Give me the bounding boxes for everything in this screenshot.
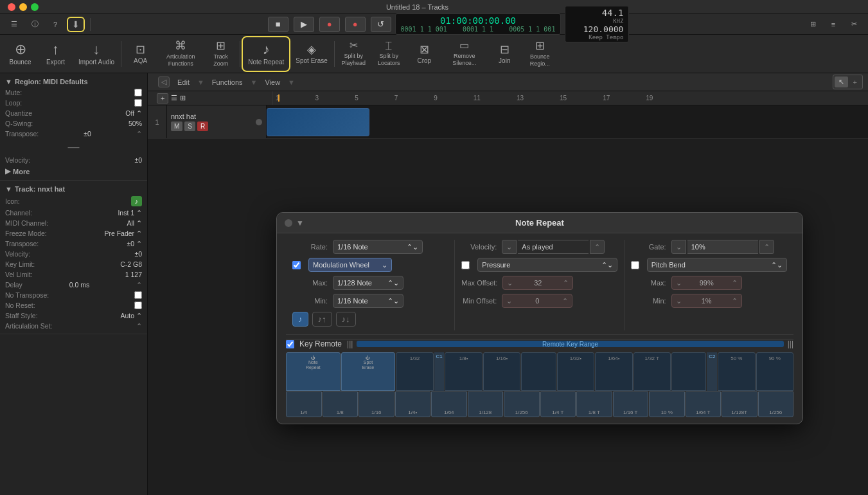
aqa-btn[interactable]: ⊡ AQA bbox=[123, 36, 158, 72]
piano-key-note-repeat[interactable]: ⏻ NoteRepeat bbox=[286, 352, 341, 391]
close-button[interactable] bbox=[8, 3, 15, 11]
piano-key-1-32t[interactable]: 1/32 T bbox=[633, 352, 671, 391]
maximize-button[interactable] bbox=[31, 3, 39, 11]
piano-key-blank1[interactable] bbox=[521, 352, 556, 391]
mute-checkbox[interactable] bbox=[134, 89, 142, 96]
min-offset-select[interactable]: ⌄ 0 ⌃ bbox=[502, 294, 572, 308]
scissors-btn[interactable]: ✂ bbox=[845, 17, 863, 32]
gate-min-select[interactable]: ⌄ 1% ⌃ bbox=[671, 294, 742, 308]
split-locators-btn[interactable]: ⌶ Split byLocators bbox=[371, 36, 407, 72]
mode-btn[interactable]: ◁ bbox=[158, 76, 170, 87]
piano-key-1-16d[interactable]: 1/16• bbox=[483, 352, 520, 391]
mute-btn[interactable]: M bbox=[171, 122, 182, 131]
piano-key-10pct[interactable]: 10 % bbox=[649, 392, 685, 417]
add-track-btn[interactable]: + bbox=[157, 93, 168, 104]
export-btn[interactable]: ↑ Export bbox=[38, 36, 73, 72]
pressure-select[interactable]: Pressure ⌃⌄ bbox=[477, 258, 617, 272]
nr-close-btn[interactable] bbox=[285, 219, 292, 227]
gate-up-btn[interactable]: ⌃ bbox=[759, 240, 774, 254]
piano-key-1-8[interactable]: 1/8 bbox=[323, 392, 359, 417]
add-tool[interactable]: + bbox=[849, 77, 861, 87]
track-header[interactable]: ▼ Track: nnxt hat bbox=[5, 183, 142, 195]
velocity-select[interactable]: As played bbox=[518, 240, 589, 254]
functions-btn[interactable]: Functions bbox=[208, 77, 247, 87]
note-icon-btn-2[interactable]: ♪↑ bbox=[312, 312, 332, 327]
piano-key-1-8t[interactable]: 1/8 T bbox=[576, 392, 612, 417]
piano-key-blank2[interactable] bbox=[671, 352, 706, 391]
track-view-btn[interactable]: ☰ bbox=[171, 94, 177, 102]
track-lane[interactable] bbox=[267, 105, 868, 138]
info-btn[interactable]: ⓘ bbox=[26, 17, 44, 32]
modulation-checkbox[interactable] bbox=[292, 261, 301, 269]
gate-down-btn[interactable]: ⌄ bbox=[671, 240, 686, 254]
velocity-down-btn[interactable]: ⌄ bbox=[502, 240, 517, 254]
join-btn[interactable]: ⊟ Join bbox=[487, 36, 522, 72]
nr-collapse-btn[interactable]: ▼ bbox=[296, 219, 304, 228]
rate-select[interactable]: 1/16 Note ⌃⌄ bbox=[333, 240, 423, 254]
velocity-up-btn[interactable]: ⌃ bbox=[590, 240, 605, 254]
play-btn[interactable]: ▶ bbox=[294, 17, 314, 32]
import-audio-btn[interactable]: ↓ Import Audio bbox=[73, 36, 120, 72]
piano-key-1-128[interactable]: 1/128 bbox=[468, 392, 504, 417]
min-select[interactable]: 1/16 Note ⌃⌄ bbox=[333, 294, 403, 308]
key-remote-checkbox[interactable] bbox=[286, 340, 294, 348]
track-view2-btn[interactable]: ⊞ bbox=[180, 94, 186, 102]
piano-key-1-256b[interactable]: 1/256 bbox=[758, 392, 794, 417]
smart-controls-btn[interactable]: ⊞ bbox=[804, 17, 822, 32]
piano-key-1-16[interactable]: 1/16 bbox=[359, 392, 394, 417]
pointer-tool[interactable]: ↖ bbox=[835, 76, 848, 87]
piano-key-90pct[interactable]: 90 % bbox=[756, 352, 793, 391]
track-zoom-btn[interactable]: ⊞ TrackZoom bbox=[203, 36, 238, 72]
inspector-btn[interactable]: ⬇ bbox=[67, 17, 85, 32]
pressure-checkbox[interactable] bbox=[461, 261, 470, 269]
split-playhead-btn[interactable]: ✂ Split byPlayhead bbox=[336, 36, 371, 72]
cycle-btn[interactable]: ↺ bbox=[371, 17, 391, 32]
stop-btn[interactable]: ■ bbox=[268, 17, 288, 32]
no-transpose-checkbox[interactable] bbox=[134, 291, 142, 299]
piano-key-spot-erase[interactable]: ⏻ SpotErase bbox=[341, 352, 396, 391]
region-header[interactable]: ▼ Region: MIDI Defaults bbox=[5, 76, 142, 87]
bounce-region-btn[interactable]: ⊞ BounceRegio... bbox=[522, 36, 558, 72]
midi-region[interactable] bbox=[267, 108, 369, 136]
piano-key-50pct[interactable]: 50 % bbox=[718, 352, 755, 391]
record-btn[interactable]: ● bbox=[319, 17, 340, 32]
remove-silence-btn[interactable]: ▭ RemoveSilence... bbox=[442, 36, 487, 72]
solo-btn[interactable]: S bbox=[184, 122, 195, 131]
piano-key-1-64t[interactable]: 1/64 T bbox=[686, 392, 722, 417]
piano-key-1-32d[interactable]: 1/32• bbox=[557, 352, 594, 391]
piano-key-1-8d[interactable]: 1/8• bbox=[445, 352, 482, 391]
gate-select[interactable]: 10% bbox=[687, 240, 758, 254]
piano-key-1-4t[interactable]: 1/4 T bbox=[540, 392, 576, 417]
modulation-select[interactable]: Modulation Wheel ⌄ bbox=[308, 258, 392, 272]
library-btn[interactable]: ☰ bbox=[5, 17, 23, 32]
note-repeat-btn[interactable]: ♪ Note Repeat bbox=[242, 36, 290, 72]
piano-key-1-4d[interactable]: 1/4• bbox=[395, 392, 431, 417]
spot-erase-btn[interactable]: ◈ Spot Erase bbox=[290, 36, 332, 72]
gate-max-select[interactable]: ⌄ 99% ⌃ bbox=[671, 276, 742, 290]
key-range-bar[interactable]: Remote Key Range bbox=[357, 341, 783, 347]
piano-key-1-32[interactable]: 1/32 bbox=[396, 352, 433, 391]
piano-key-1-16t[interactable]: 1/16 T bbox=[613, 392, 649, 417]
mixer-btn[interactable]: ≡ bbox=[824, 17, 842, 32]
note-icon-btn-1[interactable]: ♪ bbox=[292, 312, 308, 327]
track-record-btn[interactable]: R bbox=[197, 122, 208, 131]
max-select[interactable]: 1/128 Note ⌃⌄ bbox=[333, 276, 403, 290]
view-btn[interactable]: View bbox=[261, 77, 284, 87]
more-header[interactable]: ▶ More bbox=[5, 165, 142, 177]
loop-checkbox[interactable] bbox=[134, 99, 142, 107]
piano-key-1-64d[interactable]: 1/64• bbox=[595, 352, 632, 391]
pitch-bend-checkbox[interactable] bbox=[631, 261, 639, 269]
piano-key-1-256a[interactable]: 1/256 bbox=[504, 392, 540, 417]
piano-key-1-128t[interactable]: 1/128T bbox=[722, 392, 757, 417]
articulation-btn[interactable]: ⌘ ArticulationFunctions bbox=[158, 36, 203, 72]
piano-key-1-4[interactable]: 1/4 bbox=[286, 392, 322, 417]
max-offset-select[interactable]: ⌄ 32 ⌃ bbox=[502, 276, 573, 290]
minimize-button[interactable] bbox=[19, 3, 27, 11]
bounce-btn[interactable]: ⊕ Bounce bbox=[3, 36, 38, 72]
pitch-bend-select[interactable]: Pitch Bend ⌃⌄ bbox=[647, 258, 787, 272]
record2-btn[interactable]: ● bbox=[345, 17, 366, 32]
edit-btn[interactable]: Edit bbox=[173, 77, 193, 87]
no-reset-checkbox[interactable] bbox=[134, 302, 142, 309]
note-icon-btn-3[interactable]: ♪↓ bbox=[336, 312, 356, 327]
piano-key-1-64[interactable]: 1/64 bbox=[431, 392, 467, 417]
